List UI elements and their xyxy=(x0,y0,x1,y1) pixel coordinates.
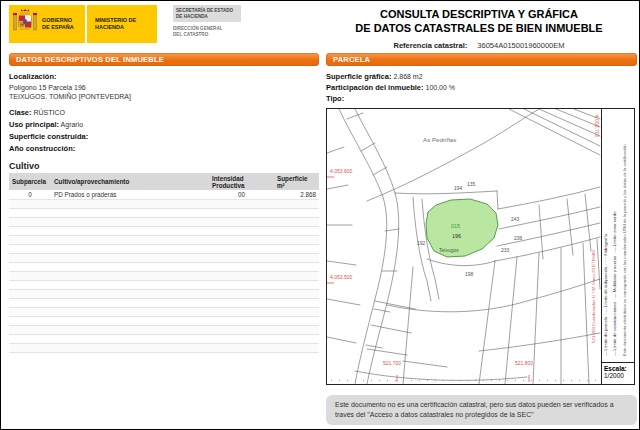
cell-superficie: 2.868 xyxy=(274,190,319,200)
col-superficie: Superficie m² xyxy=(274,173,319,190)
coord-left-top: 4.053.600 xyxy=(330,168,352,174)
clase-label: Clase: xyxy=(9,108,32,117)
secretaria-column: SECRETARÍA DE ESTADO DE HACIENDA DIRECCI… xyxy=(173,5,241,38)
referencia-label: Referencia catastral: xyxy=(393,41,467,50)
cell-subparcela: 0 xyxy=(9,190,51,200)
clase-value: RÚSTICO xyxy=(33,109,65,116)
parcel-label-243: 243 xyxy=(511,216,520,222)
tipo-label: Tipo: xyxy=(326,94,344,103)
coord-right-top: 4.053.700 xyxy=(594,115,600,137)
parcela-header: PARCELA xyxy=(326,53,637,66)
cell-intensidad: 00 xyxy=(209,190,274,200)
legend-line-2: — Límite de construcciones · — Mobiliari… xyxy=(612,114,617,356)
cell-cultivo: PD Prados o praderas xyxy=(51,190,209,200)
government-header: GOBIERNO DE ESPAÑA MINISTERIO DE HACIEND… xyxy=(9,5,241,43)
datos-descriptivos-header: DATOS DESCRIPTIVOS DEL INMUEBLE xyxy=(9,53,319,66)
superficie-construida-label: Superficie construida: xyxy=(9,132,88,141)
subparcela-label-015: 015 xyxy=(451,223,460,229)
localizacion-line1: Polígono 15 Parcela 196 xyxy=(9,84,319,91)
gobierno-label: GOBIERNO DE ESPAÑA xyxy=(42,17,80,30)
datos-descriptivos-panel: DATOS DESCRIPTIVOS DEL INMUEBLE Localiza… xyxy=(9,53,319,353)
referencia-value: 36054A015001960000EM xyxy=(477,41,564,50)
doc-title-line2: DE DATOS CATASTRALES DE BIEN INMUEBLE xyxy=(323,21,635,35)
cultivo-header-row: Subparcela Cultivo/aprovechamiento Inten… xyxy=(9,173,319,190)
col-cultivo: Cultivo/aprovechamiento xyxy=(51,173,209,190)
spain-coat-of-arms-icon xyxy=(12,6,38,42)
cultivo-data-row: 0 PD Prados o praderas 00 2.868 xyxy=(9,190,319,200)
cultivo-title: Cultivo xyxy=(9,161,319,171)
parcel-label-233: 233 xyxy=(501,247,510,253)
participacion-label: Participación del inmueble: xyxy=(326,83,424,92)
parcel-label-236: 236 xyxy=(514,235,523,241)
ministerio-box: MINISTERIO DE HACIENDA xyxy=(87,5,157,43)
ministerio-label: MINISTERIO DE HACIENDA xyxy=(95,17,141,30)
localizacion-label: Localización: xyxy=(9,72,57,81)
parcel-name-teixugos: Teixugos xyxy=(439,247,459,253)
coord-crs-note: 521.900 Coordenadas U.T.M. Huso 29 ETRS8… xyxy=(591,250,596,343)
col-subparcela: Subparcela xyxy=(9,173,51,190)
highlighted-parcel-196 xyxy=(426,199,498,257)
escala-label: Escala: xyxy=(604,365,634,372)
coord-bottom-right: 521.800 xyxy=(515,360,533,366)
participacion-value: 100,00 % xyxy=(425,84,455,91)
cadastral-document-page: GOBIERNO DE ESPAÑA MINISTERIO DE HACIEND… xyxy=(0,0,640,430)
doc-title-line1: CONSULTA DESCRIPTIVA Y GRÁFICA xyxy=(323,7,635,21)
parcel-label-192: 192 xyxy=(417,240,426,246)
parcela-panel: PARCELA Superficie gráfica: 2.868 m2 Par… xyxy=(326,53,637,385)
direccion-general-label: DIRECCIÓN GENERAL DEL CATASTRO xyxy=(173,26,228,37)
superficie-grafica-label: Superficie gráfica: xyxy=(326,72,391,81)
gobierno-box: GOBIERNO DE ESPAÑA xyxy=(9,5,85,43)
coord-left-bottom: 4.053.500 xyxy=(330,274,352,280)
referencia-catastral-row: Referencia catastral: 36054A015001960000… xyxy=(323,41,635,50)
parcel-label-194: 194 xyxy=(454,185,463,191)
cultivo-table: Subparcela Cultivo/aprovechamiento Inten… xyxy=(9,173,319,353)
document-title-block: CONSULTA DESCRIPTIVA Y GRÁFICA DE DATOS … xyxy=(323,7,635,50)
place-label: As Pedriñas xyxy=(423,136,456,143)
col-intensidad: Intensidad Productiva xyxy=(209,173,274,190)
secretaria-label: SECRETARÍA DE ESTADO DE HACIENDA xyxy=(173,5,241,22)
localizacion-line2: TEIXUGOS. TOMIÑO [PONTEVEDRA] xyxy=(9,93,319,100)
cadastral-map-box: As Pedriñas 135 194 192 243 236 233 198 … xyxy=(326,108,635,385)
map-legend-strip: — Límite de parcela · — Límite de subpar… xyxy=(601,109,634,384)
parcel-label-135: 135 xyxy=(467,181,476,187)
legend-note: Este documento electrónico se correspond… xyxy=(622,114,627,356)
footer-disclaimer-note: Este documento no es una certificación c… xyxy=(326,395,637,425)
escala-box: Escala: 1/2000 xyxy=(602,362,634,384)
parcel-number-196: 196 xyxy=(452,233,461,239)
parcel-label-198: 198 xyxy=(465,271,474,277)
legend-line-1: — Límite de parcela · — Límite de subpar… xyxy=(603,114,608,356)
superficie-grafica-value: 2.868 m2 xyxy=(393,73,422,80)
uso-principal-label: Uso principal: xyxy=(9,120,59,129)
anio-construccion-label: Año construcción: xyxy=(9,144,75,153)
coord-bottom-left: 521.700 xyxy=(383,360,401,366)
uso-principal-value: Agrario xyxy=(61,121,84,128)
cadastral-map-canvas: As Pedriñas 135 194 192 243 236 233 198 … xyxy=(327,109,601,384)
escala-value: 1/2000 xyxy=(604,372,634,379)
